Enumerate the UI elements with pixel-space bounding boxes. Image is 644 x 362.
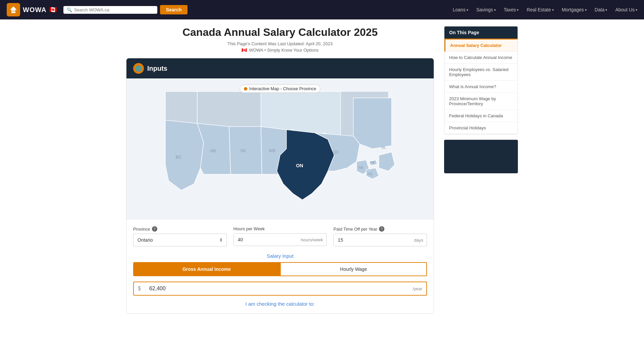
chevron-down-icon: ▾ xyxy=(605,8,607,12)
search-button[interactable]: Search xyxy=(160,5,188,14)
province-nl[interactable] xyxy=(379,152,395,171)
map-dot xyxy=(244,87,247,90)
tagline-text: WOWA • Simply Know Your Options xyxy=(249,48,318,53)
logo[interactable]: HOW WOWA 🇨🇦 xyxy=(7,3,57,16)
sidebar-item-federal-holidays[interactable]: Federal Holidays in Canada xyxy=(444,110,518,122)
nav-loans[interactable]: Loans ▾ xyxy=(453,7,468,12)
hours-unit: hours/week xyxy=(301,237,326,242)
nav-savings[interactable]: Savings ▾ xyxy=(476,7,496,12)
tagline-flag: 🇨🇦 xyxy=(241,48,247,53)
inputs-row-1: Province ? Ontario British Columbia Albe… xyxy=(133,226,427,246)
map-label[interactable]: Interactive Map - Choose Province xyxy=(239,84,320,93)
logo-flag: 🇨🇦 xyxy=(49,6,57,13)
page-title: Canada Annual Salary Calculator 2025 xyxy=(126,26,434,39)
salary-unit: /year xyxy=(409,283,426,295)
sidebar-advertisement xyxy=(444,140,518,173)
nav-about-us[interactable]: About Us ▾ xyxy=(615,7,637,12)
chevron-down-icon: ▾ xyxy=(552,8,554,12)
tab-gross-annual-income[interactable]: Gross Annual Income xyxy=(133,262,280,276)
chevron-down-icon: ▾ xyxy=(517,8,519,12)
province-select[interactable]: Ontario British Columbia Alberta Quebec … xyxy=(133,234,226,246)
calculator-box: 🌐 Inputs Interactive Map - Choose Provin… xyxy=(126,58,434,314)
calc-header: 🌐 Inputs xyxy=(126,58,434,78)
chevron-down-icon: ▾ xyxy=(636,8,637,12)
search-icon: 🔍 xyxy=(67,7,72,12)
label-nl: NL xyxy=(381,145,386,149)
hours-label: Hours per Week xyxy=(233,226,327,231)
pto-info-icon[interactable]: ? xyxy=(379,226,384,232)
nav-mortgages[interactable]: Mortgages ▾ xyxy=(562,7,587,12)
province-info-icon[interactable]: ? xyxy=(152,226,157,232)
hours-group: Hours per Week hours/week xyxy=(233,226,327,246)
on-this-page-nav: On This Page Annual Salary Calculator Ho… xyxy=(444,26,518,134)
chevron-down-icon: ▾ xyxy=(467,8,468,12)
label-on: ON xyxy=(296,163,303,168)
label-sk: SK xyxy=(240,148,246,153)
page-tagline: 🇨🇦 WOWA • Simply Know Your Options xyxy=(126,48,434,53)
pto-label: Paid Time Off per Year ? xyxy=(333,226,427,232)
sidebar-item-what-is-annual[interactable]: What is Annual Income? xyxy=(444,81,518,93)
province-label: Province ? xyxy=(133,226,227,232)
map-label-text: Interactive Map - Choose Province xyxy=(249,86,316,91)
sidebar-item-how-to-calculate[interactable]: How to Calculate Annual Income xyxy=(444,52,518,64)
logo-text: WOWA xyxy=(23,6,47,14)
calc-header-title: Inputs xyxy=(147,65,167,72)
province-select-wrap: Ontario British Columbia Alberta Quebec … xyxy=(133,234,227,246)
chevron-down-icon: ▾ xyxy=(494,8,496,12)
tab-hourly-wage[interactable]: Hourly Wage xyxy=(280,262,427,276)
page-subtitle: This Page's Content Was Last Updated: Ap… xyxy=(126,41,434,46)
sidebar-item-minimum-wage[interactable]: 2023 Minimum Wage by Province/Territory xyxy=(444,93,518,110)
salary-input[interactable] xyxy=(145,282,409,295)
hours-wrap: hours/week xyxy=(233,233,327,246)
nav-real-estate[interactable]: Real Estate ▾ xyxy=(527,7,553,12)
nav-links: Loans ▾ Savings ▾ Taxes ▾ Real Estate ▾ … xyxy=(453,7,637,12)
pto-input[interactable] xyxy=(334,234,414,246)
sidebar-item-hourly-vs-salaried[interactable]: Hourly Employees vs. Salaried Employees xyxy=(444,64,518,81)
nav-data[interactable]: Data ▾ xyxy=(595,7,607,12)
search-bar: 🔍 xyxy=(63,6,157,14)
pto-wrap: days xyxy=(333,234,427,246)
checking-text: I am checking the calculator to: xyxy=(133,301,427,307)
nav-taxes[interactable]: Taxes ▾ xyxy=(504,7,519,12)
province-bc[interactable] xyxy=(165,120,204,190)
salary-tabs: Gross Annual Income Hourly Wage xyxy=(133,262,427,276)
pto-unit: days xyxy=(414,238,427,243)
label-ns: NS xyxy=(368,172,373,176)
salary-section-label: Salary Input xyxy=(133,253,427,259)
calc-icon: 🌐 xyxy=(133,63,144,74)
label-ab: AB xyxy=(210,148,216,153)
label-mb: MB xyxy=(269,148,276,153)
inputs-section: Province ? Ontario British Columbia Albe… xyxy=(126,219,434,313)
sidebar: On This Page Annual Salary Calculator Ho… xyxy=(444,26,518,314)
sidebar-item-provincial-holidays[interactable]: Provincial Holidays xyxy=(444,122,518,134)
logo-icon: HOW xyxy=(7,3,20,16)
search-input[interactable] xyxy=(74,7,148,12)
salary-dollar-sign: $ xyxy=(134,282,145,295)
on-this-page-header: On This Page xyxy=(444,26,518,40)
label-pe: PE xyxy=(370,161,375,165)
navbar: HOW WOWA 🇨🇦 🔍 Search Loans ▾ Savings ▾ T… xyxy=(0,0,644,19)
chevron-down-icon: ▾ xyxy=(585,8,587,12)
label-bc: BC xyxy=(175,155,182,160)
salary-section: Salary Input Gross Annual Income Hourly … xyxy=(133,253,427,307)
hours-input[interactable] xyxy=(234,234,301,246)
salary-input-wrap: $ /year xyxy=(133,282,427,296)
map-container: Interactive Map - Choose Province xyxy=(126,78,434,219)
label-qc: QC xyxy=(333,149,339,155)
svg-text:HOW: HOW xyxy=(12,10,17,12)
label-nb: NB xyxy=(359,166,364,170)
pto-group: Paid Time Off per Year ? days xyxy=(333,226,427,246)
content-area: Canada Annual Salary Calculator 2025 Thi… xyxy=(126,26,434,314)
canada-map[interactable]: BC AB SK MB ON QC NL NB NS PE xyxy=(133,85,427,213)
sidebar-item-annual-salary-calculator[interactable]: Annual Salary Calculator xyxy=(444,40,518,52)
province-group: Province ? Ontario British Columbia Albe… xyxy=(133,226,227,246)
